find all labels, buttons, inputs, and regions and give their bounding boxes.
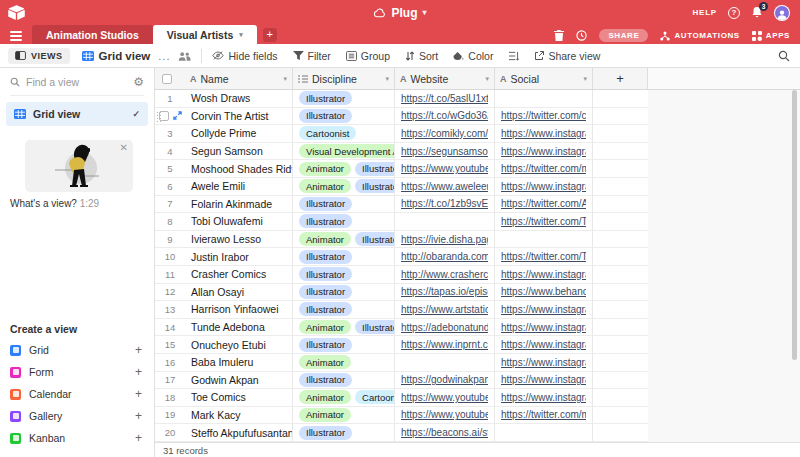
social-link[interactable]: https://twitter.com/corvin... xyxy=(501,110,586,121)
website-link[interactable]: https://t.co/wGdo36A6K... xyxy=(401,110,488,121)
cell-social[interactable]: https://www.instagram.co... xyxy=(495,389,593,406)
website-link[interactable]: https://godwinakpan.artst... xyxy=(401,374,488,385)
social-link[interactable]: https://twitter.com/TheVu... xyxy=(501,251,586,262)
cell-social[interactable]: https://www.instagram.co... xyxy=(495,372,593,389)
cell-discipline[interactable]: Illustrator xyxy=(293,90,395,107)
table-row[interactable]: 7Folarin AkinmadeIllustratorhttps://t.co… xyxy=(155,196,648,214)
social-link[interactable]: https://www.instagram.co... xyxy=(501,128,586,139)
table-row[interactable]: 4Segun SamsonVisual Development Art...ht… xyxy=(155,143,648,161)
chevron-down-icon[interactable]: ▾ xyxy=(583,75,587,83)
column-header-website[interactable]: AWebsite▾ xyxy=(395,68,495,89)
cell-website[interactable]: https://godwinakpan.artst... xyxy=(395,372,495,389)
cell-discipline[interactable]: AnimatorIllustrator xyxy=(293,231,395,248)
cell-discipline[interactable]: AnimatorCartoonist xyxy=(293,389,395,406)
cell-social[interactable]: https://www.instagram.co... xyxy=(495,125,593,142)
table-row[interactable]: 15Onucheyo EtubiIllustratorhttps://www.i… xyxy=(155,336,648,354)
tab-visual-artists[interactable]: Visual Artists ▾ xyxy=(153,25,257,44)
cell-social[interactable]: https://twitter.com/mosh... xyxy=(495,160,593,177)
website-link[interactable]: https://beacons.ai/steffot... xyxy=(401,427,488,438)
cell-discipline[interactable]: Illustrator xyxy=(293,213,395,230)
create-view-grid[interactable]: Grid+ xyxy=(0,339,154,361)
group-button[interactable]: Group xyxy=(346,50,390,62)
add-table-button[interactable]: + xyxy=(263,28,277,42)
cell-social[interactable]: https://www.instagram.co... xyxy=(495,319,593,336)
add-view-button[interactable]: + xyxy=(135,387,142,401)
cell-discipline[interactable]: AnimatorIllustrator xyxy=(293,319,395,336)
close-icon[interactable]: ✕ xyxy=(120,142,128,153)
table-row[interactable]: 8Tobi OluwafemiIllustratorhttps://twitte… xyxy=(155,213,648,231)
cell-social[interactable]: https://www.instagram.co... xyxy=(495,143,593,160)
cell-website[interactable]: https://www.youtube.com... xyxy=(395,160,495,177)
cell-social[interactable]: https://twitter.com/mark_... xyxy=(495,407,593,424)
help-label[interactable]: HELP xyxy=(692,8,717,17)
add-field-button[interactable]: + xyxy=(593,68,648,89)
cell-website[interactable] xyxy=(395,354,495,371)
sort-button[interactable]: Sort xyxy=(405,50,438,62)
cell-name[interactable]: Justin Irabor xyxy=(185,248,293,265)
video-caption[interactable]: What's a view? 1:29 xyxy=(10,198,154,209)
cell-name[interactable]: Tobi Oluwafemi xyxy=(185,213,293,230)
website-link[interactable]: http://obaranda.com/com... xyxy=(401,251,488,262)
website-link[interactable]: https://www.artstation.co... xyxy=(401,304,488,315)
table-row[interactable]: 17Godwin AkpanIllustratorhttps://godwina… xyxy=(155,372,648,390)
cell-social[interactable]: https://www.instagram.co... xyxy=(495,301,593,318)
create-view-kanban[interactable]: Kanban+ xyxy=(0,427,154,449)
add-view-button[interactable]: + xyxy=(135,431,142,445)
website-link[interactable]: https://comikly.com/comi... xyxy=(401,128,488,139)
base-title[interactable]: Plug ▾ xyxy=(373,6,426,20)
add-view-button[interactable]: + xyxy=(135,343,142,357)
social-link[interactable]: https://www.instagram.co... xyxy=(501,322,586,333)
cell-name[interactable]: Onucheyo Etubi xyxy=(185,336,293,353)
table-row[interactable]: Corvin The ArtistIllustratorhttps://t.co… xyxy=(155,108,648,126)
cell-social[interactable]: https://twitter.com/corvin... xyxy=(495,108,593,125)
current-view-button[interactable]: Grid view xyxy=(82,50,151,62)
website-link[interactable]: https://www.youtube.com... xyxy=(401,392,488,403)
cell-website[interactable]: https://www.aweleemili.c... xyxy=(395,178,495,195)
cell-website[interactable]: http://obaranda.com/com... xyxy=(395,248,495,265)
website-link[interactable]: https://www.aweleemili.c... xyxy=(401,181,488,192)
cell-social[interactable]: https://twitter.com/TheVu... xyxy=(495,248,593,265)
add-view-button[interactable]: + xyxy=(135,365,142,379)
gear-icon[interactable]: ⚙ xyxy=(133,76,144,88)
apps-button[interactable]: APPS xyxy=(752,31,790,41)
cell-website[interactable] xyxy=(395,213,495,230)
cell-discipline[interactable]: Animator xyxy=(293,354,395,371)
search-icon[interactable] xyxy=(778,50,790,62)
vertical-scrollbar[interactable] xyxy=(792,90,797,360)
chevron-down-icon[interactable]: ▾ xyxy=(283,75,287,83)
cell-social[interactable]: https://www.instagram.co... xyxy=(495,336,593,353)
social-link[interactable]: https://twitter.com/mark_... xyxy=(501,409,586,420)
sidebar-item-grid-view[interactable]: Grid view ✓ xyxy=(6,102,148,126)
find-view-input[interactable] xyxy=(26,76,127,88)
cell-social[interactable]: https://twitter.com/A_Kin... xyxy=(495,196,593,213)
cell-social[interactable] xyxy=(495,90,593,107)
cell-social[interactable]: https://www.behance.net/... xyxy=(495,284,593,301)
cell-discipline[interactable]: Illustrator xyxy=(293,108,395,125)
menu-icon[interactable] xyxy=(10,31,22,41)
table-row[interactable]: 9Ivierawo LessoAnimatorIllustratorhttps:… xyxy=(155,231,648,249)
select-all-checkbox[interactable] xyxy=(162,74,172,84)
cell-website[interactable]: https://www.inprnt.com/g... xyxy=(395,336,495,353)
table-row[interactable]: 12Allan OsayiIllustratorhttps://tapas.io… xyxy=(155,284,648,302)
table-row[interactable]: 3Collyde PrimeCartoonisthttps://comikly.… xyxy=(155,125,648,143)
chevron-down-icon[interactable]: ▾ xyxy=(485,75,489,83)
cell-website[interactable]: https://comikly.com/comi... xyxy=(395,125,495,142)
row-height-button[interactable] xyxy=(508,51,519,61)
cell-social[interactable]: https://www.instagram.co... xyxy=(495,178,593,195)
cell-website[interactable]: https://t.co/1zb9svEWMh... xyxy=(395,196,495,213)
cell-website[interactable]: http://www.crashercomic... xyxy=(395,266,495,283)
share-view-button[interactable]: Share view xyxy=(534,50,600,62)
column-header-name[interactable]: AName▾ xyxy=(185,68,293,89)
social-link[interactable]: https://www.instagram.co... xyxy=(501,304,586,315)
website-link[interactable]: https://www.youtube.com... xyxy=(401,163,488,174)
cell-discipline[interactable]: Illustrator xyxy=(293,372,395,389)
table-row[interactable]: 14Tunde AdebonaAnimatorIllustratorhttps:… xyxy=(155,319,648,337)
collaborators-icon[interactable] xyxy=(178,51,191,61)
cell-website[interactable]: https://www.artstation.co... xyxy=(395,301,495,318)
automations-button[interactable]: AUTOMATIONS xyxy=(660,31,739,41)
cell-name[interactable]: Godwin Akpan xyxy=(185,372,293,389)
column-header-discipline[interactable]: Discipline▾ xyxy=(293,68,395,89)
color-button[interactable]: Color xyxy=(453,50,493,62)
expand-record-icon[interactable] xyxy=(173,111,182,120)
cell-name[interactable]: Mark Kacy xyxy=(185,407,293,424)
